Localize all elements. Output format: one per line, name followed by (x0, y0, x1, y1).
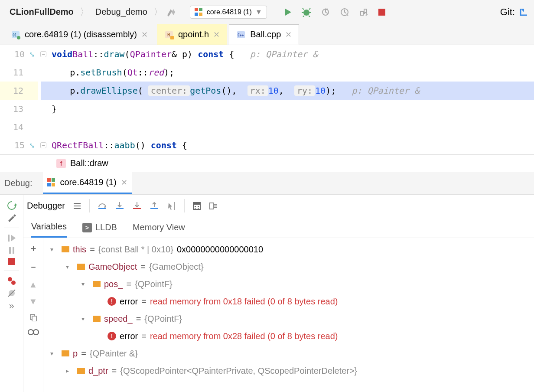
debug-session-label: core.64819 (1) (60, 177, 117, 187)
tab-variables[interactable]: Variables (31, 217, 67, 238)
move-down-icon[interactable]: ▼ (29, 297, 38, 307)
crumb-target[interactable]: Debug_demo (91, 5, 152, 19)
object-icon (93, 281, 101, 287)
line-number: 13 (13, 104, 23, 114)
variables-tree[interactable]: ▾ this = {const Ball * | 0x10} 0x0000000… (43, 238, 534, 392)
editor-tab-disassembly[interactable]: 01 core.64819 (1) (disassembly) ✕ (3, 24, 155, 45)
code-editor[interactable]: 10⤡ 11 12 13 14 15⤡ −void Ball::draw(QPa… (0, 45, 534, 155)
force-step-into-icon[interactable] (132, 201, 142, 211)
object-icon (77, 264, 85, 270)
override-marker-icon[interactable]: ⤡ (29, 141, 35, 150)
step-into-icon[interactable] (115, 201, 124, 211)
svg-rect-20 (74, 208, 81, 209)
svg-rect-33 (214, 204, 217, 205)
svg-rect-27 (193, 203, 200, 205)
editor-tab-qpoint[interactable]: H qpoint.h ✕ (157, 24, 227, 45)
nav-breadcrumb: CLionFullDemo 〉 Debug_demo 〉 (5, 5, 163, 19)
debug-panel-label: Debug: (4, 178, 33, 188)
var-speed-error[interactable]: ! error = read memory from 0x28 failed (… (43, 327, 534, 345)
tab-lldb[interactable]: > LLDB (82, 217, 117, 238)
move-up-icon[interactable]: ▲ (29, 280, 38, 290)
run-configuration-dropdown[interactable]: core.64819 (1) ▼ (190, 6, 267, 19)
rerun-icon[interactable] (7, 201, 16, 210)
resume-icon[interactable] (7, 233, 16, 243)
memory-view-icon[interactable] (209, 202, 218, 210)
build-icon[interactable] (166, 7, 176, 17)
close-icon[interactable]: ✕ (213, 30, 220, 39)
git-pull-icon[interactable] (519, 7, 529, 17)
profile-icon[interactable] (340, 7, 349, 17)
caret-down-icon[interactable]: ▾ (50, 246, 58, 253)
svg-text:01: 01 (13, 33, 17, 37)
svg-rect-24 (150, 208, 158, 209)
copy-icon[interactable] (29, 314, 37, 321)
config-icon (195, 8, 203, 16)
add-watch-icon[interactable]: ＋ (29, 242, 38, 254)
var-dptr[interactable]: ▸ d_ptr = {QScopedPointer<QPainterPrivat… (43, 362, 534, 379)
svg-rect-12 (9, 247, 11, 254)
object-icon (93, 316, 101, 322)
svg-rect-2 (378, 9, 385, 16)
chevron-right-icon: 〉 (80, 6, 89, 19)
coverage-icon[interactable] (321, 7, 330, 17)
caret-down-icon[interactable]: ▾ (81, 281, 89, 287)
git-label: Git: (500, 7, 515, 18)
cpp-file-icon: C++ (236, 30, 246, 39)
step-out-icon[interactable] (150, 201, 159, 211)
crumb-project[interactable]: CLionFullDemo (5, 5, 78, 19)
fold-handle-icon[interactable]: − (40, 51, 46, 57)
debug-bug-icon[interactable] (302, 7, 311, 17)
caret-right-icon[interactable]: ▸ (66, 367, 74, 374)
var-pos-error[interactable]: ! error = read memory from 0x18 failed (… (43, 293, 534, 310)
tab-label: Ball.cpp (250, 29, 281, 39)
svg-rect-14 (8, 258, 15, 265)
caret-down-icon[interactable]: ▾ (81, 315, 89, 322)
caret-down-icon[interactable]: ▾ (50, 350, 58, 357)
override-marker-icon[interactable]: ⤡ (29, 50, 35, 59)
code-content[interactable]: −void Ball::draw(QPainter& p) const { p:… (41, 45, 534, 154)
stop-icon[interactable] (378, 8, 386, 16)
run-icon[interactable] (283, 8, 292, 16)
more-icon[interactable]: » (9, 301, 14, 312)
tab-memory-view[interactable]: Memory View (133, 217, 185, 238)
evaluate-icon[interactable] (192, 202, 201, 210)
caret-down-icon[interactable]: ▾ (66, 263, 74, 270)
close-icon[interactable]: ✕ (285, 30, 292, 39)
fold-handle-icon[interactable]: − (40, 142, 46, 148)
show-watches-icon[interactable] (28, 328, 39, 336)
settings-icon[interactable] (7, 213, 16, 222)
debug-panel-body: » Debugger (0, 195, 534, 392)
svg-rect-29 (198, 206, 199, 207)
mute-breakpoints-icon[interactable] (7, 288, 16, 298)
object-icon (62, 246, 69, 252)
step-over-icon[interactable] (98, 201, 107, 211)
var-p[interactable]: ▾ p = {QPainter &} (43, 345, 534, 362)
var-speed[interactable]: ▾ speed_ = {QPointF} (43, 310, 534, 327)
svg-rect-21 (98, 208, 106, 209)
debug-session-tab[interactable]: core.64819 (1) ✕ (43, 172, 132, 194)
editor-breadcrumb[interactable]: f Ball::draw (0, 155, 534, 172)
tab-label: core.64819 (1) (disassembly) (25, 29, 137, 39)
svg-rect-18 (74, 203, 81, 204)
stop-debug-icon[interactable] (8, 258, 16, 265)
chevron-down-icon: ▼ (255, 8, 262, 16)
threads-icon[interactable] (73, 202, 81, 210)
var-pos[interactable]: ▾ pos_ = {QPointF} (43, 275, 534, 293)
tab-label: qpoint.h (178, 29, 209, 39)
attach-icon[interactable] (359, 7, 368, 17)
remove-watch-icon[interactable]: － (29, 261, 38, 273)
svg-rect-28 (195, 206, 196, 207)
run-to-cursor-icon[interactable] (167, 201, 176, 211)
debug-views-tabs: Variables > LLDB Memory View (23, 217, 534, 238)
pause-icon[interactable] (7, 245, 16, 255)
var-this[interactable]: ▾ this = {const Ball * | 0x10} 0x0000000… (43, 241, 534, 258)
breakpoints-icon[interactable] (7, 276, 16, 286)
editor-tab-ballcpp[interactable]: C++ Ball.cpp ✕ (229, 24, 299, 45)
git-area: Git: (500, 7, 529, 18)
close-icon[interactable]: ✕ (121, 178, 127, 187)
line-number: 15 (14, 140, 25, 150)
close-icon[interactable]: ✕ (141, 30, 148, 39)
run-configuration-label: core.64819 (1) (207, 8, 252, 16)
var-gameobject[interactable]: ▾ GameObject = {GameObject} (43, 258, 534, 275)
editor-gutter: 10⤡ 11 12 13 14 15⤡ (0, 45, 41, 154)
